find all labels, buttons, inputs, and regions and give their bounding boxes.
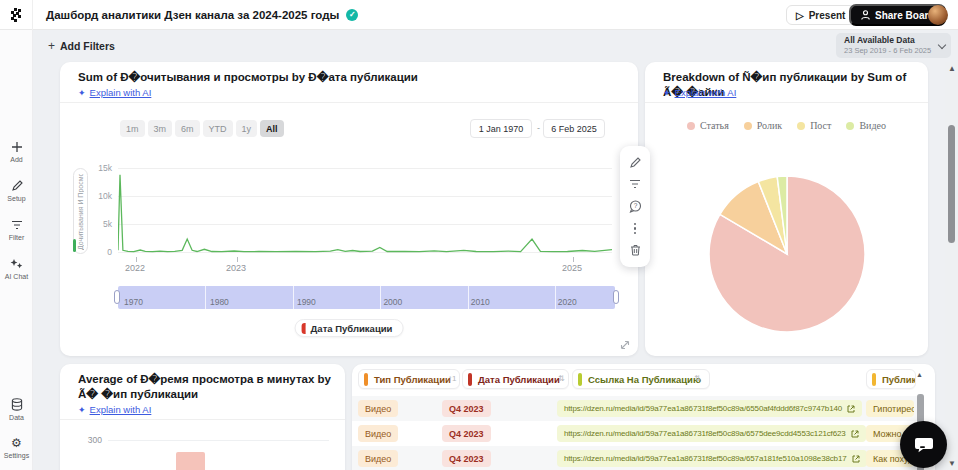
filter-button[interactable] xyxy=(628,178,642,192)
x-tick-mark xyxy=(237,257,238,262)
brush-tick-label: 1980 xyxy=(210,297,229,307)
sidebar-item-ai-chat[interactable]: AI Chat xyxy=(0,258,33,280)
delete-button[interactable] xyxy=(628,243,642,257)
y-tick: 10k xyxy=(84,191,112,201)
sidebar-item-settings[interactable]: ⚙ Settings xyxy=(0,437,33,459)
trash-icon xyxy=(630,244,641,256)
range-6m-button[interactable]: 6m xyxy=(175,120,200,137)
legend-item[interactable]: Пост xyxy=(797,120,831,131)
divider xyxy=(60,419,345,420)
brush-tick-label: 2000 xyxy=(383,297,402,307)
y-axis-label-pill[interactable]: Дочитывания И Просмо... xyxy=(73,168,88,254)
range-3m-button[interactable]: 3m xyxy=(148,120,173,137)
add-filters-button[interactable]: + Add Filters xyxy=(48,37,115,55)
present-button[interactable]: ▷ Present xyxy=(786,5,855,25)
page-scrollbar-thumb[interactable] xyxy=(948,125,955,243)
timeline-brush[interactable]: 1970 1980 1990 2000 2010 2020 xyxy=(118,286,615,309)
explain-ai-link[interactable]: ✦ Explain with AI xyxy=(78,404,151,415)
sort-indicator[interactable]: ⇅ xyxy=(558,374,565,383)
date-scope-title: All Available Data xyxy=(844,35,933,45)
table-scroll-up-icon[interactable]: ▲ xyxy=(916,371,923,378)
svg-text:?: ? xyxy=(633,202,637,209)
range-all-button[interactable]: All xyxy=(260,120,284,137)
database-icon xyxy=(11,398,23,411)
legend-item[interactable]: Статья xyxy=(687,120,729,131)
column-accent xyxy=(872,373,876,386)
time-range-buttons: 1m 3m 6m YTD 1y All xyxy=(120,120,284,137)
brush-tick-label: 1990 xyxy=(297,297,316,307)
explain-ai-link[interactable]: ✦ Explain with AI xyxy=(78,87,151,98)
page-scrollbar[interactable]: ▲ ▼ xyxy=(945,62,958,470)
divider xyxy=(645,102,928,103)
cell-date: Q4 2023 xyxy=(442,450,491,467)
brush-separator xyxy=(380,286,381,309)
sidebar-item-filter[interactable]: Filter xyxy=(0,220,33,241)
more-options-button[interactable] xyxy=(628,221,642,235)
resize-handle-icon[interactable] xyxy=(620,340,630,350)
sparkles-icon xyxy=(10,258,23,270)
pie-chart[interactable] xyxy=(707,174,867,334)
legend-item[interactable]: Видео xyxy=(846,120,886,131)
explain-ai-link[interactable]: ✦ Explain with AI xyxy=(663,87,736,98)
brush-handle-right[interactable] xyxy=(613,290,619,304)
plus-icon: + xyxy=(48,39,55,53)
date-from-input[interactable]: 1 Jan 1970 xyxy=(470,119,532,138)
sidebar-item-data[interactable]: Data xyxy=(0,398,33,421)
board-title-row: Дашборд аналитики Дзен канала за 2024-20… xyxy=(46,0,358,30)
left-sidebar: Add Setup Filter AI Chat Data ⚙ Sett xyxy=(0,30,33,470)
pie-legend: Статья Ролик Пост Видео xyxy=(645,120,928,131)
line-chart-svg xyxy=(118,160,612,260)
chat-widget-button[interactable] xyxy=(900,421,947,468)
table-row[interactable]: Видео Q4 2023 https://dzen.ru/media/id/5… xyxy=(352,421,917,446)
x-axis-legend-pill[interactable]: Дата Публикации xyxy=(295,319,404,337)
app-logo[interactable] xyxy=(0,0,33,30)
line-chart-plot[interactable] xyxy=(118,160,612,260)
legend-dot xyxy=(797,122,805,130)
y-tick: 5k xyxy=(84,219,112,229)
range-1m-button[interactable]: 1m xyxy=(120,120,145,137)
cell-url[interactable]: https://dzen.ru/media/id/59a77ea1a86731f… xyxy=(557,450,867,467)
pie-chart-svg xyxy=(707,174,867,334)
scroll-down-icon[interactable]: ▼ xyxy=(948,459,956,468)
sort-indicator[interactable]: ↑1 xyxy=(448,374,456,383)
column-header-name[interactable]: Публикаци xyxy=(866,369,916,389)
cell-url[interactable]: https://dzen.ru/media/id/59a77ea1a86731f… xyxy=(557,425,866,442)
column-header-date[interactable]: Дата Публикации xyxy=(462,369,569,389)
cell-type: Видео xyxy=(358,425,398,442)
x-tick-label: 2022 xyxy=(125,263,145,273)
date-scope-dropdown[interactable]: All Available Data 23 Sep 2019 - 6 Feb 2… xyxy=(836,33,951,58)
legend-item[interactable]: Ролик xyxy=(744,120,782,131)
column-accent xyxy=(578,373,582,386)
column-header-url[interactable]: Ссылка На Публикацию xyxy=(572,369,710,389)
person-icon xyxy=(861,10,870,20)
scroll-up-icon[interactable]: ▲ xyxy=(948,64,956,73)
comment-button[interactable]: ? xyxy=(628,199,642,213)
bar-статья[interactable] xyxy=(176,452,205,470)
user-avatar[interactable] xyxy=(928,5,948,25)
y-tick: 0 xyxy=(84,247,112,257)
date-to-input[interactable]: 6 Feb 2025 xyxy=(543,119,605,138)
x-tick-mark xyxy=(573,257,574,262)
column-header-type[interactable]: Тип Публикации xyxy=(358,369,460,389)
cell-type: Видео xyxy=(358,450,398,467)
series-color-mark xyxy=(73,239,76,252)
edit-button[interactable] xyxy=(628,156,642,170)
sidebar-item-add[interactable]: Add xyxy=(0,141,33,163)
brush-separator xyxy=(293,286,294,309)
plus-icon xyxy=(11,141,23,153)
x-tick-label: 2025 xyxy=(562,263,582,273)
chevron-down-icon xyxy=(938,41,946,49)
table-row[interactable]: Видео Q4 2023 https://dzen.ru/media/id/5… xyxy=(352,396,917,421)
sparkle-icon: ✦ xyxy=(663,88,671,98)
brush-tick-label: 2010 xyxy=(471,297,490,307)
column-accent xyxy=(468,373,472,386)
card-toolbar: ? xyxy=(620,146,650,267)
page-title: Дашборд аналитики Дзен канала за 2024-20… xyxy=(46,9,339,21)
brush-handle-left[interactable] xyxy=(114,290,120,304)
cell-url[interactable]: https://dzen.ru/media/id/59a77ea1a86731f… xyxy=(557,400,862,417)
range-ytd-button[interactable]: YTD xyxy=(203,120,233,137)
sort-indicator[interactable]: ⇅ xyxy=(694,374,701,383)
table-row[interactable]: Видео Q4 2023 https://dzen.ru/media/id/5… xyxy=(352,446,917,470)
sidebar-item-setup[interactable]: Setup xyxy=(0,180,33,202)
range-1y-button[interactable]: 1y xyxy=(236,120,258,137)
